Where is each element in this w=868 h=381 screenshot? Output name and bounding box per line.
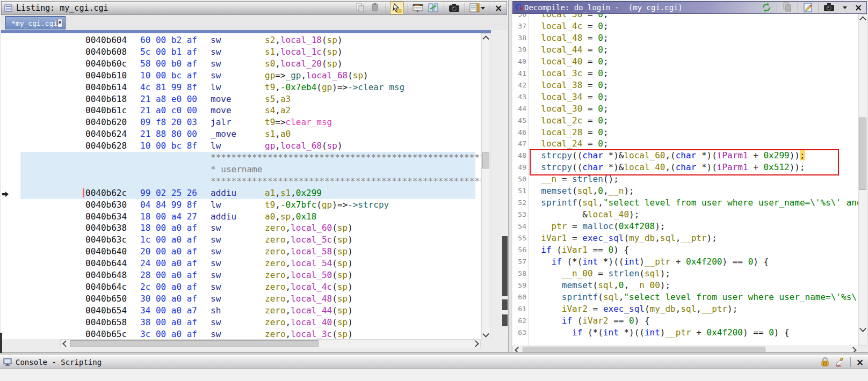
code-text[interactable]: local_28 = 0; [531,127,609,138]
decompile-line[interactable]: 37 local_4c = 0; [512,20,858,32]
decompile-line[interactable]: 45 local_2c = 0; [512,115,858,127]
code-text[interactable]: local_40 = 0; [531,56,609,68]
decompile-line[interactable]: 60 sprintf(sql,"select level from user w… [512,291,858,303]
scroll-left-icon[interactable] [61,340,69,348]
code-text[interactable]: local_34 = 0; [531,91,609,103]
code-text[interactable]: local_48 = 0; [531,32,609,44]
lock-icon[interactable] [819,356,831,368]
decompile-line[interactable]: 42 local_38 = 0; [512,79,858,91]
listing-row[interactable]: 0040b60460 00 b2 afsws2,local_18(sp) [20,34,475,46]
scroll-thumb[interactable] [70,340,319,347]
listing-row[interactable]: 0040b65030 00 a0 afswzero,local_48(sp) [20,293,475,305]
decompile-view[interactable]: 36 local_50 = 0;37 local_4c = 0;38 local… [512,14,858,346]
scroll-up-icon[interactable] [482,34,490,42]
operand-field[interactable]: a0,sp,0x18 [265,211,316,223]
code-text[interactable]: memset(sql,0,__n_00); [531,280,670,291]
operand-field[interactable]: zero,local_60(sp) [265,222,353,234]
operand-field[interactable]: zero,local_4c(sp) [265,281,353,293]
code-text[interactable]: if (iVar2 == 0) { [531,315,650,327]
close-icon[interactable]: × [853,2,864,13]
decompile-line[interactable]: 54 __ptr = malloc(0x4f208); [512,221,858,232]
listing-row[interactable]: 0040b63818 00 a0 afswzero,local_60(sp) [20,222,475,234]
listing-row[interactable]: 0040b65434 00 a0 a7shzero,local_44(sp) [20,305,475,317]
copy-icon[interactable] [781,2,794,13]
decompile-line[interactable]: 41 local_3c = 0; [512,68,858,79]
decompile-line[interactable]: 38 local_48 = 0; [512,32,858,44]
listing-vertical-scrollbar[interactable] [481,33,490,339]
paste-icon[interactable] [369,2,382,14]
operand-field[interactable]: gp=>_gp,local_68(sp) [265,70,368,82]
operand-field[interactable]: s2,local_18(sp) [265,34,343,46]
code-text[interactable]: __ptr = malloc(0x4f208); [531,221,665,232]
listing-row[interactable]: 0040b62c99 02 25 26addiua1,s1,0x299 [20,187,475,199]
decompile-line[interactable]: 55 iVar1 = exec_sql(my_db,sql,__ptr); [512,232,858,244]
decompile-line[interactable]: 40 local_40 = 0; [512,56,858,68]
decompile-line[interactable]: 52 sprintf(sql,"select level from user w… [512,197,858,209]
edit-notes-icon[interactable] [802,2,815,13]
code-text[interactable]: local_50 = 0; [531,14,609,20]
refresh-icon[interactable] [760,2,773,13]
decompile-line[interactable]: 46 local_28 = 0; [512,127,858,138]
operand-field[interactable]: zero,local_54(sp) [265,258,353,269]
operand-field[interactable]: zero,local_50(sp) [265,269,353,281]
operand-field[interactable]: zero,local_44(sp) [265,305,353,317]
decompile-line[interactable]: 44 local_30 = 0; [512,103,858,115]
listing-row[interactable]: 0040b61c21 a0 c0 00moves4,a2 [20,105,475,116]
listing-comment-row[interactable]: ****************************************… [20,152,475,164]
code-text[interactable]: local_30 = 0; [531,103,609,115]
code-text[interactable]: local_24 = 0; [531,138,609,150]
operand-field[interactable]: zero,local_40(sp) [265,317,353,328]
operand-field[interactable]: s1,local_1c(sp) [265,46,343,58]
decompile-line[interactable]: 62 if (iVar2 == 0) { [512,315,858,327]
code-text[interactable]: local_4c = 0; [531,20,609,32]
operand-field[interactable]: zero,local_48(sp) [265,293,353,305]
operand-field[interactable]: t9=>clear_msg [265,116,332,128]
scroll-up-icon[interactable] [859,14,867,23]
operand-field[interactable]: zero,local_5c(sp) [265,234,353,246]
snapshot-camera-icon[interactable] [823,2,836,13]
decompile-line[interactable]: 61 iVar2 = exec_sql(my_db,sql,__ptr); [512,303,858,315]
decompile-line[interactable]: 43 local_34 = 0; [512,91,858,103]
code-text[interactable]: sprintf(sql,"select level from user wher… [531,197,858,209]
scroll-right-icon[interactable] [472,340,480,348]
listing-row[interactable]: 0040b65c3c 00 a0 afswzero,local_3c(sp) [20,328,475,340]
code-text[interactable]: __n_00 = strlen(sql); [531,268,670,280]
operand-field[interactable]: t9,-0x7bfc(gp)=>->strcpy [265,199,389,211]
listing-row[interactable]: 0040b64828 00 a0 afswzero,local_50(sp) [20,269,475,281]
code-text[interactable]: if (*(int *)((int)__ptr + 0x4f200) == 0)… [531,327,790,339]
decompile-line[interactable]: 36 local_50 = 0; [512,14,858,20]
copy-icon[interactable] [354,2,367,14]
operand-field[interactable]: s0,local_20(sp) [265,58,343,70]
listing-row[interactable]: 0040b64020 00 a0 afswzero,local_58(sp) [20,246,475,258]
decompile-line[interactable]: 57 if (*(int *)((int)__ptr + 0x4f200) ==… [512,256,858,268]
listing-horizontal-scrollbar[interactable] [60,339,481,348]
code-text[interactable]: memset(sql,0,__n); [531,185,634,197]
operand-field[interactable]: s1,a0 [265,128,291,140]
dropdown-arrow-icon[interactable] [481,7,485,10]
snapshot-camera-icon[interactable] [448,2,461,14]
listing-row[interactable]: 0040b65838 00 a0 afswzero,local_40(sp) [20,317,475,328]
scroll-down-icon[interactable] [482,331,490,339]
scroll-thumb[interactable] [482,152,489,168]
listing-row[interactable]: 0040b61010 00 bc afswgp=>_gp,local_68(sp… [20,70,475,82]
decompile-line[interactable]: 39 local_44 = 0; [512,44,858,56]
code-text[interactable]: local_44 = 0; [531,44,609,56]
diff-view-icon[interactable] [427,2,440,14]
decompile-line[interactable]: 56 if (iVar1 == 0) { [512,244,858,256]
listing-comment-row[interactable]: * username * [20,164,475,175]
decompile-line[interactable]: 47 local_24 = 0; [512,138,858,150]
fields-edit-icon[interactable] [412,2,425,14]
code-text[interactable]: &local_40); [531,209,639,221]
dropdown-arrow-icon[interactable] [838,2,851,13]
cursor-tool-icon[interactable] [390,2,404,14]
scroll-thumb[interactable] [859,118,866,190]
code-text[interactable]: local_3c = 0; [531,68,609,79]
listing-row[interactable]: 0040b61821 a8 e0 00moves5,a3 [20,93,475,105]
decompile-line[interactable]: 53 &local_40); [512,209,858,221]
listing-row[interactable]: 0040b62421 88 80 00_moves1,a0 [20,128,475,140]
decompile-line[interactable]: 63 if (*(int *)((int)__ptr + 0x4f200) ==… [512,327,858,339]
code-text[interactable]: sprintf(sql,"select level from user wher… [531,291,858,303]
code-text[interactable]: iVar2 = exec_sql(my_db,sql,__ptr); [531,303,737,315]
code-text[interactable]: iVar1 = exec_sql(my_db,sql,__ptr); [531,232,717,244]
listing-row[interactable]: 0040b63004 84 99 8flwt9,-0x7bfc(gp)=>->s… [20,199,475,211]
